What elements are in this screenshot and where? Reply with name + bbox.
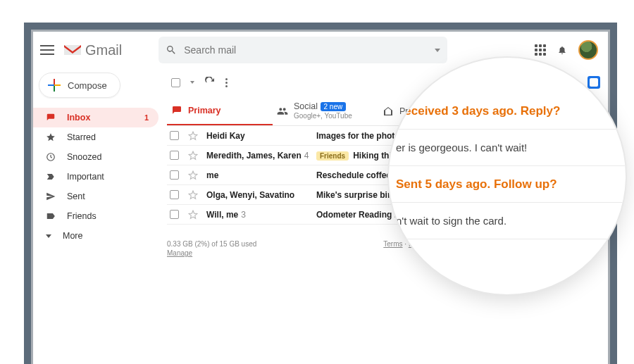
nav-label: Sent <box>67 192 85 201</box>
sent-icon <box>46 192 56 201</box>
email-from: Heidi Kay <box>206 131 312 141</box>
compose-button[interactable]: Compose <box>39 73 120 98</box>
gmail-logo[interactable]: Gmail <box>64 42 122 58</box>
primary-icon <box>171 105 182 116</box>
refresh-icon[interactable] <box>204 77 216 88</box>
tab-social[interactable]: Social 2 new Google+, YouTube <box>273 96 378 125</box>
star-icon[interactable] <box>188 190 198 200</box>
star-icon[interactable] <box>188 131 198 141</box>
row-checkbox[interactable] <box>170 190 179 199</box>
tab-label: Primary <box>188 106 221 115</box>
email-from: me <box>206 170 312 180</box>
compose-label: Compose <box>68 80 107 91</box>
row-checkbox[interactable] <box>170 151 179 160</box>
header-right <box>535 40 598 60</box>
nudge-reply: Received 3 days ago. Reply? <box>389 93 626 130</box>
new-badge: 2 new <box>321 102 347 111</box>
nav-inbox[interactable]: Inbox 1 <box>33 108 158 127</box>
nav-label: Starred <box>67 132 96 142</box>
row-checkbox[interactable] <box>170 131 179 140</box>
label-chip[interactable]: Friends <box>316 151 349 161</box>
star-icon[interactable] <box>188 151 198 161</box>
nav-label: More <box>63 231 82 241</box>
social-icon <box>277 106 288 117</box>
email-from: Meredith, James, Karen4 <box>206 151 312 161</box>
star-icon <box>46 132 56 142</box>
nav-count: 1 <box>144 113 149 122</box>
row-checkbox[interactable] <box>170 210 179 219</box>
nudge-followup: Sent 5 days ago. Follow up? <box>389 166 626 203</box>
storage-text: 0.33 GB (2%) of 15 GB used <box>167 240 256 248</box>
inbox-icon <box>46 113 56 123</box>
plus-icon <box>48 79 61 92</box>
search-bar[interactable] <box>158 37 447 63</box>
manage-link[interactable]: Manage <box>167 249 256 257</box>
clock-icon <box>46 152 56 162</box>
nav-label: Snoozed <box>67 152 101 162</box>
label-icon <box>46 211 56 221</box>
brand-name: Gmail <box>85 42 122 58</box>
account-avatar[interactable] <box>578 40 598 60</box>
nav-label: Friends <box>67 211 97 221</box>
tab-sub: Google+, YouTube <box>294 112 352 120</box>
email-from: Olga, Wenyi, Savatino <box>206 190 312 200</box>
nav-label: Important <box>67 172 104 182</box>
important-icon <box>46 172 56 182</box>
nav-important[interactable]: Important <box>33 167 158 187</box>
promotions-icon <box>383 106 394 117</box>
zoom-snippet: n't wait to sign the card. <box>389 203 626 239</box>
notifications-icon[interactable] <box>557 45 567 55</box>
nav-sent[interactable]: Sent <box>33 187 158 206</box>
row-checkbox[interactable] <box>170 170 179 180</box>
tab-social-text: Social 2 new Google+, YouTube <box>294 102 352 120</box>
tab-primary[interactable]: Primary <box>167 96 273 125</box>
star-icon[interactable] <box>188 210 198 220</box>
select-all-checkbox[interactable] <box>171 78 180 87</box>
zoom-snippet: er is georgeous. I can't wait! <box>389 130 626 166</box>
email-from: Will, me3 <box>206 210 312 220</box>
sidebar: Compose Inbox 1 Starred Snoozed <box>33 68 158 364</box>
search-icon <box>166 44 177 56</box>
nav-more[interactable]: More <box>33 226 158 246</box>
nav-label: Inbox <box>67 113 90 123</box>
search-options-caret-icon[interactable] <box>435 49 440 52</box>
more-actions-icon[interactable] <box>225 78 228 87</box>
menu-icon[interactable] <box>40 45 54 55</box>
terms-link[interactable]: Terms <box>383 240 402 248</box>
tab-label: Social <box>294 101 318 111</box>
zoom-lens: Received 3 days ago. Reply? er is george… <box>389 58 626 294</box>
google-apps-icon[interactable] <box>535 44 546 56</box>
search-input[interactable] <box>184 44 435 56</box>
nav-friends[interactable]: Friends <box>33 206 158 226</box>
star-icon[interactable] <box>188 170 198 180</box>
nav-snoozed[interactable]: Snoozed <box>33 147 158 167</box>
calendar-icon[interactable] <box>588 76 600 89</box>
nav-list: Inbox 1 Starred Snoozed Important <box>33 108 158 246</box>
select-menu-caret-icon[interactable] <box>190 81 194 84</box>
gmail-mark-icon <box>64 44 81 56</box>
nav-starred[interactable]: Starred <box>33 127 158 147</box>
chevron-down-icon <box>46 234 51 238</box>
